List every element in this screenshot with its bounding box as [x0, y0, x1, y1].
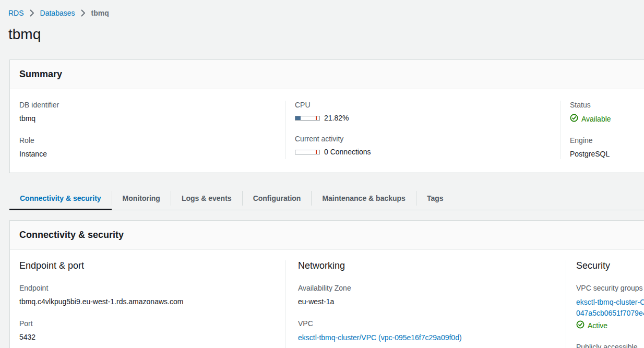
endpoint-value: tbmq.c4vlkpug5bi9.eu-west-1.rds.amazonaw…: [19, 297, 285, 307]
endpoint-port-heading: Endpoint & port: [19, 260, 285, 271]
tab-configuration[interactable]: Configuration: [243, 186, 312, 210]
current-activity-value-row: 0 Connections: [295, 148, 560, 156]
security-column: Security VPC security groups eksctl-tbmq…: [566, 260, 644, 348]
cpu-alarm-tick-icon: [316, 116, 317, 120]
summary-panel-header: Summary: [10, 60, 644, 89]
endpoint-port-column: Endpoint & port Endpoint tbmq.c4vlkpug5b…: [10, 260, 285, 348]
cpu-label: CPU: [295, 101, 560, 109]
summary-content: DB identifier tbmq Role Instance CPU: [10, 89, 644, 173]
status-available-check-icon: [570, 114, 578, 124]
vpc-link[interactable]: eksctl-tbmq-cluster/VPC (vpc-095e16f7c29…: [298, 333, 462, 342]
role-value: Instance: [19, 149, 285, 159]
security-group-status-row: Active: [576, 320, 644, 330]
availability-zone-field: Availability Zone eu-west-1a: [298, 284, 566, 307]
port-value: 5432: [19, 332, 285, 342]
cpu-percent-value: 21.82%: [324, 114, 349, 122]
summary-column-metrics: CPU 21.82% Current activity: [285, 101, 560, 159]
chevron-right-icon: [81, 9, 86, 17]
security-group-link[interactable]: eksctl-tbmq-cluster-Cl: [576, 298, 644, 306]
networking-column: Networking Availability Zone eu-west-1a …: [285, 260, 566, 348]
cpu-value-row: 21.82%: [295, 114, 560, 122]
current-activity-alarm-tick-icon: [316, 150, 317, 154]
security-group-link[interactable]: 047a5cb0651f7079e4: [576, 309, 644, 317]
vpc-security-groups-field: VPC security groups eksctl-tbmq-cluster-…: [576, 284, 644, 330]
role-label: Role: [19, 136, 285, 145]
db-identifier-value: tbmq: [19, 114, 285, 124]
tab-logs-events[interactable]: Logs & events: [171, 186, 242, 210]
availability-zone-label: Availability Zone: [298, 284, 566, 292]
breadcrumb-current: tbmq: [91, 9, 109, 17]
page: RDS Databases tbmq tbmq Summary DB ident…: [0, 0, 644, 348]
current-activity-label: Current activity: [295, 135, 560, 143]
publicly-accessible-label: Publicly accessible: [576, 343, 644, 348]
connectivity-security-panel: Connectivity & security Endpoint & port …: [9, 220, 644, 348]
security-heading: Security: [576, 260, 644, 271]
publicly-accessible-field: Publicly accessible: [576, 343, 644, 348]
summary-column-identity: DB identifier tbmq Role Instance: [10, 101, 285, 159]
tab-connectivity-security[interactable]: Connectivity & security: [9, 186, 112, 210]
endpoint-label: Endpoint: [19, 284, 285, 292]
breadcrumb: RDS Databases tbmq: [0, 0, 644, 17]
tab-maintenance-backups[interactable]: Maintenance & backups: [312, 186, 416, 210]
engine-label: Engine: [570, 136, 644, 145]
security-group-active-check-icon: [576, 320, 585, 330]
summary-panel: Summary DB identifier tbmq Role Instance…: [9, 59, 644, 173]
summary-heading: Summary: [19, 69, 644, 80]
tab-tags[interactable]: Tags: [416, 186, 454, 210]
vpc-label: VPC: [298, 319, 566, 328]
db-identifier-label: DB identifier: [19, 101, 285, 109]
connectivity-panel-header: Connectivity & security: [10, 221, 644, 250]
role-field: Role Instance: [19, 136, 285, 159]
status-value-row: Available: [570, 114, 644, 124]
endpoint-field: Endpoint tbmq.c4vlkpug5bi9.eu-west-1.rds…: [19, 284, 285, 307]
current-activity-field: Current activity 0 Connections: [295, 135, 560, 156]
chevron-right-icon: [30, 9, 34, 17]
breadcrumb-link-databases[interactable]: Databases: [40, 9, 75, 17]
status-value: Available: [581, 115, 611, 123]
db-identifier-field: DB identifier tbmq: [19, 101, 285, 124]
status-label: Status: [570, 101, 644, 109]
page-title: tbmq: [8, 26, 644, 43]
current-activity-progress-bar: [295, 150, 320, 154]
tab-monitoring[interactable]: Monitoring: [112, 186, 171, 210]
security-group-status-value: Active: [588, 321, 607, 330]
availability-zone-value: eu-west-1a: [298, 297, 566, 307]
cpu-progress-bar: [295, 116, 320, 121]
summary-column-status: Status Available Engine PostgreSQL: [560, 101, 644, 159]
connectivity-heading: Connectivity & security: [19, 230, 644, 241]
port-field: Port 5432: [19, 319, 285, 342]
vpc-security-groups-label: VPC security groups: [576, 284, 644, 292]
engine-value: PostgreSQL: [570, 149, 644, 159]
port-label: Port: [19, 319, 285, 328]
networking-heading: Networking: [298, 260, 566, 271]
current-activity-value: 0 Connections: [324, 148, 371, 156]
cpu-field: CPU 21.82%: [295, 101, 560, 122]
connectivity-content: Endpoint & port Endpoint tbmq.c4vlkpug5b…: [10, 250, 644, 348]
vpc-field: VPC eksctl-tbmq-cluster/VPC (vpc-095e16f…: [298, 319, 566, 343]
cpu-progress-fill: [295, 116, 301, 120]
status-field: Status Available: [570, 101, 644, 124]
detail-tabs: Connectivity & security Monitoring Logs …: [9, 186, 644, 210]
engine-field: Engine PostgreSQL: [570, 136, 644, 159]
breadcrumb-link-rds[interactable]: RDS: [8, 9, 24, 17]
